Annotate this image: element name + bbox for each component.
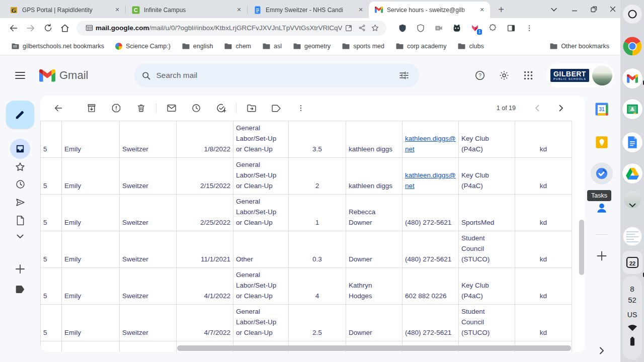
tab-infinite-campus[interactable]: C Infinite Campus ✕ [126,2,247,18]
back-icon[interactable] [5,20,22,37]
home-icon[interactable] [56,20,73,37]
cell-last: Sweitzer [120,195,177,231]
create-label-plus-icon[interactable] [0,264,40,274]
reload-icon[interactable] [39,20,56,37]
collapse-panel-icon[interactable] [591,339,613,361]
extension-kami-icon[interactable]: 1 [467,20,483,36]
mark-unread-icon[interactable] [162,98,182,118]
sidebar-item-snoozed[interactable] [0,179,40,190]
classroom-shelf-icon[interactable] [620,99,644,119]
new-tab-button[interactable]: + [494,3,508,17]
toolbar-divider [236,103,236,113]
label-icon[interactable] [266,98,286,118]
address-bar[interactable]: mail.google.com/mail/u/0/?ogbl#inbox/Ktb… [76,21,386,36]
bookmark-item[interactable]: chem [220,40,255,52]
bookmark-item[interactable]: geometry [289,40,335,52]
shelf-scroll-chevron-icon[interactable] [620,203,644,208]
tab-gmail-service-hours[interactable]: Service hours - sweitze@gilb ✕ [369,2,490,18]
side-panel-icon[interactable] [503,20,519,36]
email-link[interactable]: kathleen.diggs@ net [405,135,456,153]
cell-initials: kd [515,231,572,268]
snooze-icon[interactable] [186,98,206,118]
extension-camera-icon[interactable] [431,20,447,36]
pwa-shelf-icon[interactable] [620,227,644,246]
sidebar-more-chevron-icon[interactable] [0,234,40,239]
drive-shelf-icon[interactable] [620,163,644,184]
report-spam-icon[interactable] [106,98,126,118]
minimize-button[interactable] [570,5,579,14]
avatar[interactable] [592,65,612,85]
help-icon[interactable]: ? [469,64,491,86]
share-icon[interactable] [355,22,368,35]
email-toolbar: 1 of 19 [40,96,585,121]
keep-panel-icon[interactable] [591,131,613,153]
calendar-panel-icon[interactable]: 31 [591,98,613,120]
newer-email-icon[interactable] [527,98,547,118]
bookmark-star-icon[interactable] [368,22,381,35]
more-options-kebab-icon[interactable] [291,98,311,118]
other-bookmarks[interactable]: Other bookmarks [545,40,613,52]
archive-icon[interactable] [82,98,102,118]
google-apps-grid-icon[interactable] [517,64,539,86]
tasks-panel-icon[interactable] [591,162,613,185]
cell-hours: 2.5 [289,305,346,341]
docs-shelf-icon[interactable] [620,132,644,152]
close-tab-icon[interactable]: ✕ [235,6,243,14]
extension-shield-dark-icon[interactable] [394,20,411,36]
service-table-body: 5EmilySweitzer1/8/2022General Labor/Set-… [41,121,572,352]
extension-shield-outline-icon[interactable] [413,20,429,36]
chrome-shelf-icon[interactable] [620,36,644,56]
sidebar-item-inbox[interactable] [0,139,40,159]
back-to-inbox-icon[interactable] [48,98,68,118]
close-tab-icon[interactable]: ✕ [357,6,365,14]
tab-docs-emmy-sweitzer[interactable]: Emmy Sweitzer - NHS Candi ✕ [248,2,369,18]
extensions-puzzle-icon[interactable] [485,20,501,36]
bookmark-item[interactable]: clubs [453,40,488,52]
cell-supervisor: kathleen diggs [346,158,403,195]
compose-button[interactable] [6,101,34,129]
move-to-icon[interactable] [242,98,262,118]
bookmark-item[interactable]: gilbertschools.net bookmarks [7,40,108,52]
account-chip[interactable]: GILBERT PUBLIC SCHOOLS [546,63,614,87]
forward-icon[interactable] [22,20,39,37]
tasks-tooltip: Tasks [587,190,611,201]
browser-menu-kebab-icon[interactable] [521,20,537,36]
sidebar-item-starred[interactable] [0,161,40,172]
bookmark-item[interactable]: corp academy [391,40,451,52]
email-link[interactable]: kathleen.diggs@ net [405,171,456,190]
tab-search-icon[interactable] [547,3,561,17]
cell-contact: 602 882 0226 [403,268,459,305]
settings-gear-icon[interactable] [493,64,515,86]
close-tab-icon[interactable]: ✕ [113,6,121,14]
bookmark-item[interactable]: sports med [338,40,388,52]
extension-mascot-icon[interactable] [449,20,465,36]
restore-button[interactable] [589,5,598,14]
site-info-icon[interactable] [83,22,96,35]
get-addons-plus-icon[interactable] [591,245,613,267]
launcher-button[interactable] [620,5,644,24]
bookmark-item[interactable]: english [178,40,217,52]
gmail-logo[interactable]: Gmail [39,69,88,82]
tab-gps-portal[interactable]: G GPS Portal | RapidIdentity ✕ [4,2,125,18]
add-to-tasks-icon[interactable] [211,98,231,118]
vertical-scrollbar[interactable] [579,220,584,275]
open-in-window-icon[interactable] [342,22,355,35]
extension-badge: 1 [477,29,482,35]
older-email-icon[interactable] [551,98,571,118]
close-tab-icon[interactable]: ✕ [478,6,486,14]
labels-icon[interactable] [0,285,40,294]
close-window-button[interactable] [608,5,617,14]
gmail-shelf-icon[interactable] [620,68,644,88]
main-menu-icon[interactable] [8,63,32,87]
cell-initials: kd [515,268,572,305]
search-options-icon[interactable] [393,64,415,86]
bookmark-item[interactable]: Science Camp:) [111,41,175,52]
bookmark-item[interactable]: asl [258,40,286,52]
status-tray[interactable]: 8 52 US [622,276,642,360]
calendar-app-shelf-icon[interactable]: 22 [620,251,644,274]
horizontal-scrollbar[interactable] [177,345,571,351]
sidebar-item-drafts[interactable] [0,215,40,226]
delete-icon[interactable] [131,98,151,118]
sidebar-item-sent[interactable] [0,197,40,208]
search-input[interactable]: Search mail [134,63,419,87]
